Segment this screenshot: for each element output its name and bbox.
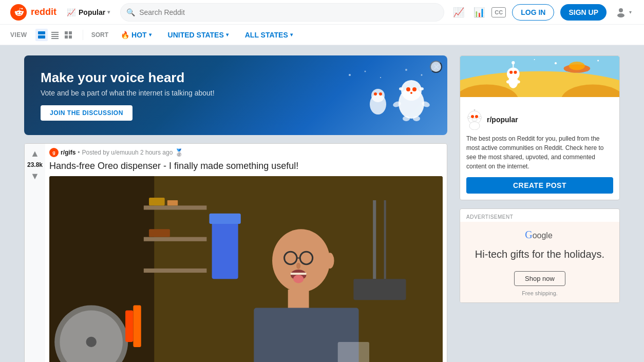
popular-label: Popular: [79, 8, 105, 16]
search-input[interactable]: [120, 3, 444, 22]
svg-point-13: [349, 74, 351, 76]
hot-chevron-icon: ▾: [149, 32, 151, 37]
view-label: VIEW: [10, 31, 27, 39]
svg-rect-46: [353, 279, 406, 300]
svg-point-23: [399, 87, 403, 90]
svg-point-1: [619, 8, 623, 12]
hot-sort-button[interactable]: 🔥 HOT ▾: [117, 29, 156, 41]
popular-header: [460, 56, 619, 107]
banner-mascot-illustration: [339, 67, 437, 124]
free-shipping-text: Free shipping.: [522, 290, 558, 296]
reddit-logo-area[interactable]: reddit: [10, 4, 56, 21]
shop-now-button[interactable]: Shop now: [514, 271, 565, 286]
content-area: ✕ Make your voice heard Vote and be a pa…: [24, 55, 447, 362]
post-image-svg: [49, 176, 443, 362]
reddit-wordmark: reddit: [31, 7, 56, 17]
svg-point-31: [374, 92, 377, 96]
search-bar: 🔍: [120, 3, 444, 22]
toolbar: VIEW SORT 🔥 HOT ▾ UNITED STATES ▾ ALL ST…: [0, 25, 644, 45]
banner-mascot: [334, 55, 437, 135]
svg-point-54: [326, 253, 334, 269]
svg-rect-11: [65, 35, 68, 39]
signup-button[interactable]: SIGN UP: [560, 4, 607, 21]
ad-label: ADVERTISEMENT: [460, 209, 619, 222]
svg-point-78: [555, 62, 557, 64]
chevron-down-icon: ▾: [107, 9, 110, 15]
svg-rect-37: [144, 237, 207, 241]
view-card-icon[interactable]: [35, 29, 48, 41]
header: reddit 📈 Popular ▾ 🔍 📈 📊 CC LOG IN SIGN …: [0, 0, 644, 25]
login-button[interactable]: LOG IN: [512, 4, 554, 21]
svg-point-83: [475, 115, 478, 118]
svg-point-16: [405, 69, 407, 71]
svg-rect-53: [291, 273, 307, 275]
svg-point-21: [412, 87, 416, 91]
user-menu[interactable]: ▾: [613, 4, 634, 21]
sidebar: r/popular The best posts on Reddit for y…: [460, 55, 620, 362]
svg-point-32: [379, 92, 382, 96]
captions-icon-btn[interactable]: CC: [491, 7, 506, 17]
svg-rect-12: [69, 35, 72, 39]
vote-column: ▲ 23.8k ▼: [25, 144, 45, 362]
charts-icon-btn[interactable]: 📊: [471, 4, 487, 21]
svg-point-60: [86, 337, 96, 347]
vote-count: 23.8k: [27, 161, 43, 168]
subreddit-name[interactable]: r/popular: [487, 116, 518, 124]
downvote-button[interactable]: ▼: [29, 170, 41, 182]
svg-point-2: [617, 13, 624, 17]
banner-cta-button[interactable]: JOIN THE DISCUSSION: [41, 105, 132, 121]
svg-rect-36: [144, 206, 207, 210]
svg-rect-7: [51, 36, 59, 37]
svg-rect-4: [38, 35, 45, 39]
svg-point-0: [10, 4, 27, 21]
svg-rect-3: [38, 31, 45, 34]
post-author: Posted by u/emuuuh 2 hours ago: [82, 149, 173, 156]
post-content: g r/gifs • Posted by u/emuuuh 2 hours ag…: [45, 144, 447, 362]
svg-point-80: [534, 59, 535, 60]
subreddit-link[interactable]: r/gifs: [61, 149, 75, 156]
svg-rect-40: [167, 201, 178, 206]
dot-separator: •: [78, 149, 80, 156]
svg-point-86: [473, 109, 476, 110]
post-image[interactable]: [49, 176, 443, 362]
view-icons: [35, 29, 74, 41]
svg-point-15: [380, 77, 381, 78]
user-menu-chevron: ▾: [629, 9, 632, 15]
trending-icon-btn[interactable]: 📈: [450, 4, 467, 21]
svg-rect-55: [288, 290, 309, 311]
svg-point-84: [472, 118, 477, 121]
hot-label: HOT: [131, 31, 147, 39]
popular-banner-svg: [460, 56, 619, 97]
svg-point-77: [569, 62, 585, 70]
view-list-icon[interactable]: [62, 29, 74, 41]
svg-rect-61: [133, 306, 141, 348]
award-icon: 🥈: [175, 148, 183, 157]
svg-point-24: [420, 87, 424, 90]
svg-point-75: [512, 61, 515, 64]
post-title[interactable]: Hands-free Oreo dispenser - I finally ma…: [49, 160, 443, 172]
svg-rect-62: [125, 311, 133, 342]
header-icons: 📈 📊 CC: [450, 4, 506, 21]
all-states-filter[interactable]: ALL STATES ▾: [241, 29, 297, 41]
create-post-button[interactable]: CREATE POST: [466, 177, 613, 194]
svg-point-28: [413, 116, 420, 121]
svg-rect-41: [149, 230, 170, 237]
ad-headline: Hi-tech gifts for the holidays.: [475, 247, 604, 261]
upvote-button[interactable]: ▲: [29, 148, 41, 159]
svg-point-70: [514, 71, 517, 74]
filter1-label: UNITED STATES: [168, 31, 224, 39]
svg-point-57: [293, 275, 304, 283]
post-card: ▲ 23.8k ▼ g r/gifs • Posted by u/emuuuh …: [24, 143, 447, 362]
sort-label: SORT: [91, 31, 108, 39]
posted-by-text: Posted by u/emuuuh: [82, 149, 139, 156]
svg-point-19: [401, 80, 422, 101]
svg-point-88: [479, 117, 482, 119]
reddit-logo-icon: [10, 4, 27, 21]
view-compact-icon[interactable]: [49, 29, 61, 41]
svg-point-20: [406, 87, 410, 91]
popular-dropdown[interactable]: 📈 Popular ▾: [63, 6, 114, 18]
svg-point-82: [471, 115, 474, 118]
toolbar-divider: [83, 30, 83, 40]
united-states-filter[interactable]: UNITED STATES ▾: [164, 29, 233, 41]
popular-sidebar-card: r/popular The best posts on Reddit for y…: [460, 55, 620, 200]
